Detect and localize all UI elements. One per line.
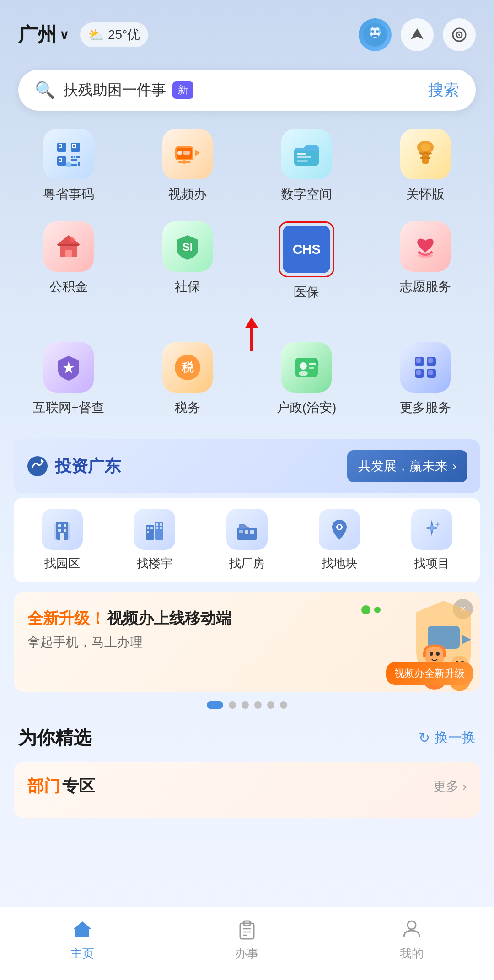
search-container: 🔍 扶残助困一件事 新 搜索 (0, 60, 494, 124)
video-office-icon (162, 129, 213, 179)
invest-slogan-badge[interactable]: 共发展，赢未来 › (347, 450, 467, 482)
heart-hand-icon (409, 231, 441, 263)
svg-rect-79 (147, 527, 149, 529)
grid-item-yue-code[interactable]: 粤省事码 (14, 124, 124, 208)
location-pin-icon (327, 517, 352, 542)
banner-illustration: 视频办全新升级 (343, 592, 480, 692)
svg-rect-102 (443, 651, 446, 657)
tax-badge-icon: 税 (172, 351, 204, 383)
svg-point-57 (300, 362, 307, 370)
svg-point-33 (177, 151, 182, 155)
building2-icon (134, 509, 175, 550)
invest-brand-text: 投资广东 (55, 455, 121, 478)
tax-label: 税务 (175, 399, 200, 416)
factory-building-icon (235, 517, 259, 542)
clipboard-nav-icon (236, 918, 258, 941)
grid-item-medical[interactable]: CHS 医保 (252, 217, 361, 306)
nav-item-home[interactable]: 主页 (46, 916, 119, 962)
nav-item-mine[interactable]: 我的 (375, 916, 448, 962)
grid-item-digital-space[interactable]: 数字空间 (252, 124, 361, 208)
grid-item-video-office[interactable]: 视频办 (133, 124, 242, 208)
svg-rect-65 (416, 358, 421, 363)
shield-star-icon (53, 351, 85, 383)
svg-rect-89 (245, 530, 248, 534)
video-upgrade-badge: 视频办全新升级 (386, 662, 473, 685)
avatar-button[interactable] (359, 18, 392, 51)
svg-rect-66 (428, 358, 433, 363)
internet-supervision-label: 互联网+督查 (33, 399, 104, 416)
dept-more-button[interactable]: 更多 › (433, 778, 467, 795)
digital-space-label: 数字空间 (281, 186, 332, 203)
grid-item-social-security[interactable]: SI 社保 (133, 217, 242, 306)
invest-item-factory[interactable]: 找厂房 (203, 509, 291, 571)
refresh-button[interactable]: ↻ 换一换 (419, 728, 476, 747)
tax-icon: 税 (162, 342, 213, 393)
svg-rect-72 (58, 524, 61, 527)
social-security-label: 社保 (175, 278, 200, 296)
person-nav-icon (400, 918, 423, 941)
house-icon (53, 231, 85, 263)
grid-row-1: 粤省事码 视频办 (14, 124, 480, 208)
household-label: 户政(治安) (277, 399, 337, 416)
notification-bubbles (361, 605, 381, 614)
care-version-label: 关怀版 (406, 186, 445, 203)
svg-rect-38 (297, 153, 306, 155)
temperature: 25°优 (108, 26, 140, 43)
chs-text: CHS (293, 242, 320, 257)
bottom-navigation: 主页 办事 我的 (0, 907, 494, 980)
home-icon (70, 916, 95, 942)
camera-button[interactable] (443, 18, 476, 51)
grid-item-provident-fund[interactable]: 公积金 (14, 217, 124, 306)
svg-rect-101 (423, 651, 426, 657)
svg-text:SI: SI (183, 241, 193, 253)
banner-section[interactable]: × 全新升级！ 视频办上线移动端 拿起手机，马上办理 (14, 592, 480, 692)
svg-marker-9 (411, 28, 424, 39)
for-you-section-header: 为你精选 ↻ 换一换 (0, 716, 494, 758)
internet-supervision-icon (43, 342, 94, 393)
building-label: 找楼宇 (137, 555, 172, 571)
search-button[interactable]: 搜索 (428, 80, 459, 101)
location-button[interactable] (401, 18, 434, 51)
svg-rect-46 (65, 250, 72, 257)
invest-item-land[interactable]: 找地块 (295, 509, 383, 571)
svg-point-29 (66, 162, 71, 167)
svg-rect-90 (250, 530, 254, 534)
svg-point-93 (338, 525, 341, 529)
svg-point-43 (421, 144, 430, 151)
land-icon (319, 509, 360, 550)
grid-item-volunteer[interactable]: 志愿服务 (370, 217, 480, 306)
invest-section[interactable]: 投资广东 共发展，赢未来 › (14, 439, 480, 493)
svg-point-100 (436, 652, 440, 656)
invest-item-building[interactable]: 找楼宇 (111, 509, 199, 571)
invest-brand: 投资广东 (27, 455, 121, 478)
grid-item-care-version[interactable]: 关怀版 (370, 124, 480, 208)
svg-rect-74 (58, 529, 61, 532)
svg-point-2 (371, 30, 374, 33)
nav-item-office[interactable]: 办事 (210, 916, 284, 962)
svg-rect-107 (80, 932, 85, 937)
refresh-icon: ↻ (419, 730, 430, 746)
dept-zone-section: 部门 专区 更多 › (14, 762, 480, 818)
city-selector[interactable]: 广州 ∨ (18, 22, 69, 48)
svg-text:税: 税 (181, 361, 194, 374)
video-office-label: 视频办 (168, 186, 207, 203)
svg-rect-18 (73, 145, 75, 147)
dept-zone-header: 部门 专区 更多 › (27, 775, 467, 797)
invest-item-project[interactable]: 找项目 (388, 509, 476, 571)
invest-arrow-icon: › (452, 459, 456, 474)
svg-rect-26 (75, 159, 77, 161)
invest-item-park[interactable]: 找园区 (18, 509, 106, 571)
qr-code-icon (53, 138, 85, 170)
header-actions (359, 18, 476, 51)
svg-rect-25 (71, 159, 75, 161)
robot-avatar-icon (363, 23, 387, 47)
svg-point-50 (418, 253, 433, 258)
search-bar[interactable]: 🔍 扶残助困一件事 新 搜索 (18, 70, 476, 111)
scarf-icon (409, 138, 441, 170)
svg-marker-44 (56, 235, 81, 245)
svg-rect-39 (297, 156, 311, 158)
bottom-spacer (0, 822, 494, 895)
more-services-icon (400, 342, 451, 393)
svg-rect-81 (147, 531, 149, 533)
dot-1 (207, 701, 223, 709)
